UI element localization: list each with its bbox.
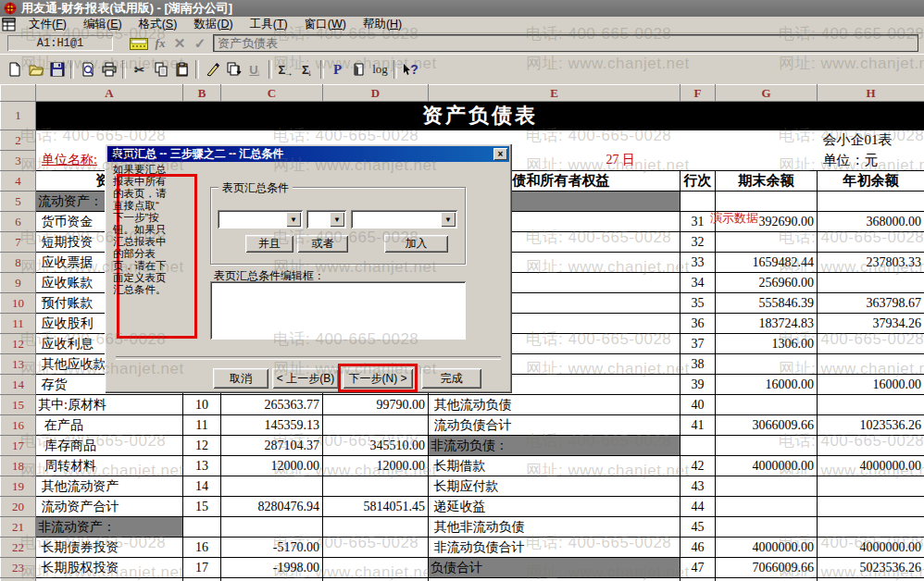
menu-item-3[interactable]: 数据(D) [185,16,241,33]
cell-F8[interactable]: 33 [681,253,716,273]
header-ending-balance[interactable]: 期末余额 [716,171,818,192]
new-icon[interactable] [4,59,25,80]
cell-A19[interactable]: 其他流动资产 [36,476,183,497]
cell-C19[interactable] [221,476,323,497]
keypad-icon[interactable] [128,35,150,52]
cell-H11[interactable]: 37934.26 [818,314,924,334]
cell-C17[interactable]: 287104.37 [221,436,323,456]
cell-H18[interactable]: 4000000.00 [818,456,924,476]
cell-H14[interactable]: 16000.00 [818,375,924,395]
cell-G24[interactable] [716,578,818,581]
cell-H13[interactable] [818,354,924,375]
menu-item-0[interactable]: 文件(F) [20,16,75,33]
cell-H17[interactable] [818,436,924,456]
operator-dropdown[interactable]: ▼ [306,210,346,229]
column-header-H[interactable]: H [818,85,924,102]
column-header-C[interactable]: C [221,85,323,102]
cell-C20[interactable]: 8280476.94 [221,497,323,517]
cell-G3[interactable] [716,151,818,171]
cell-G23[interactable]: 7066009.66 [716,558,818,578]
cell-G16[interactable]: 3066009.66 [716,415,818,436]
cell-E18[interactable]: 长期借款 [429,456,681,476]
cell-E17[interactable]: 非流动负债： [429,436,681,456]
log-icon[interactable]: log [369,59,391,80]
row-header-22[interactable]: 22 [1,538,36,558]
cell-H9[interactable] [818,273,924,293]
next-button[interactable]: 下一步(N) > [343,368,413,389]
cell-F21[interactable]: 45 [681,517,716,538]
row-header-12[interactable]: 12 [1,334,36,354]
row-header-14[interactable]: 14 [1,375,36,395]
save-icon[interactable] [46,59,68,80]
cell-C23[interactable]: -1998.00 [221,558,323,578]
print-icon[interactable] [98,59,119,80]
format-painter-icon[interactable] [202,59,223,80]
cell-B16[interactable]: 11 [183,415,221,436]
row-header-17[interactable]: 17 [1,436,36,456]
cell-B15[interactable]: 10 [183,395,221,415]
cell-F22[interactable]: 46 [681,538,716,558]
cell-G21[interactable] [716,517,818,538]
cell-F17[interactable] [681,436,716,456]
cell-A17[interactable]: 库存商品 [36,436,183,456]
row-header-16[interactable]: 16 [1,415,36,436]
cell-H7[interactable] [818,232,924,253]
cell-B24[interactable]: 18 [183,578,221,581]
row-header-8[interactable]: 8 [1,253,36,273]
cell-H12[interactable] [818,334,924,354]
cell-E21[interactable]: 其他非流动负债 [429,517,681,538]
cell-G15[interactable] [716,395,818,415]
row-header-15[interactable]: 15 [1,395,36,415]
cell-C15[interactable]: 265363.77 [221,395,323,415]
column-header-D[interactable]: D [323,85,429,102]
row-header-2[interactable]: 2 [1,130,36,151]
cell-B23[interactable]: 17 [183,558,221,578]
cell-G14[interactable]: 16000.00 [716,375,818,395]
cell-A23[interactable]: 长期股权投资 [36,558,183,578]
chevron-down-icon[interactable]: ▼ [286,212,301,227]
cell-H8[interactable]: 237803.33 [818,253,924,273]
cell-E24[interactable] [429,578,681,581]
sort-pages-icon[interactable] [223,59,244,80]
cell-F24[interactable] [681,578,716,581]
row-header-13[interactable]: 13 [1,354,36,375]
cell-C18[interactable]: 12000.00 [221,456,323,476]
column-header-E[interactable]: E [429,85,681,102]
column-header-G[interactable]: G [716,85,818,102]
cell-F16[interactable]: 41 [681,415,716,436]
notebook-icon[interactable] [348,59,369,80]
cell-D20[interactable]: 5814051.45 [323,497,429,517]
row-header-18[interactable]: 18 [1,456,36,476]
copy-icon[interactable] [150,59,171,80]
cell-F3[interactable] [681,151,716,171]
cell-E20[interactable]: 递延收益 [429,497,681,517]
close-icon[interactable]: × [493,148,507,160]
cell-E22[interactable]: 非流动负债合计 [429,538,681,558]
cell-G22[interactable]: 4000000.00 [716,538,818,558]
cell-E19[interactable]: 长期应付款 [429,476,681,497]
cell-G9[interactable]: 256960.00 [716,273,818,293]
menu-item-5[interactable]: 窗口(W) [296,16,355,33]
cell-A21[interactable]: 非流动资产： [36,517,183,538]
cell-H10[interactable]: 363798.67 [818,293,924,314]
cell-F19[interactable]: 43 [681,476,716,497]
cell-G7[interactable] [716,232,818,253]
print-preview-icon[interactable] [77,59,98,80]
cell-F7[interactable]: 32 [681,232,716,253]
cell-reference-box[interactable]: A1:H1@1 [7,35,113,51]
menu-item-2[interactable]: 格式(S) [131,16,186,33]
open-icon[interactable] [25,59,46,80]
cell-F12[interactable]: 37 [681,334,716,354]
or-button[interactable]: 或者 [297,235,348,253]
row-header-11[interactable]: 11 [1,314,36,334]
row-header-5[interactable]: 5 [1,192,36,212]
row-header-7[interactable]: 7 [1,232,36,253]
row-header-21[interactable]: 21 [1,517,36,538]
cell-F11[interactable]: 36 [681,314,716,334]
row-header-1[interactable]: 1 [1,102,36,130]
document-system-icon[interactable] [2,18,17,32]
cell-B19[interactable]: 14 [183,476,221,497]
form-code-cell[interactable]: 会小企01表 [818,130,924,151]
chevron-down-icon[interactable]: ▼ [441,212,456,227]
cell-H20[interactable] [818,497,924,517]
